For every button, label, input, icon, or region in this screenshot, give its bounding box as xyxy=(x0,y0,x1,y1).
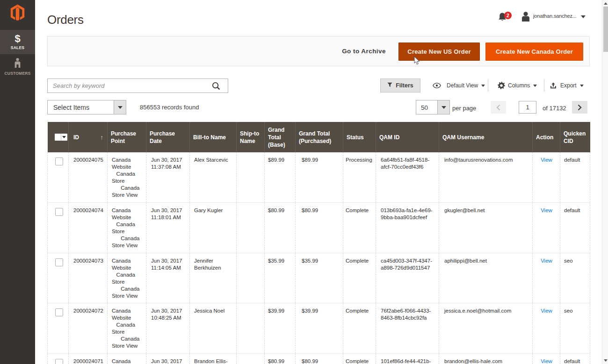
cell-purchase-point-value: Canada Website Canada Store Canada Store… xyxy=(112,307,142,350)
per-page-caret-icon[interactable] xyxy=(437,100,449,114)
column-header-select xyxy=(48,122,69,152)
cell-grand-total-purchased: $89.99 xyxy=(296,152,343,203)
row-checkbox[interactable] xyxy=(55,308,63,316)
column-header-status[interactable]: Status xyxy=(343,122,376,152)
cell-qam-id-value: ca45d003-347f-4347- a898-726d9d011547 xyxy=(381,257,435,271)
row-select-cell xyxy=(48,152,69,203)
per-page-label: per page xyxy=(452,105,476,112)
column-header-ship-to-name[interactable]: Ship-to Name xyxy=(237,122,265,152)
search-icon[interactable] xyxy=(212,82,220,92)
cell-id: 2000024075 xyxy=(69,152,108,203)
per-page-dropdown[interactable]: 50 xyxy=(416,100,450,114)
cell-id-value: 2000024075 xyxy=(73,157,103,164)
create-us-order-button[interactable]: Create New US Order xyxy=(398,43,480,61)
mass-select-control[interactable] xyxy=(55,134,67,141)
cell-status: Complete xyxy=(343,203,376,253)
scrollbar-thumb[interactable] xyxy=(603,7,608,52)
page-number-input[interactable] xyxy=(519,101,536,114)
column-header-grand-total-purchased[interactable]: Grand Total (Purchased) xyxy=(296,122,343,152)
username-label[interactable]: jonathan.sanchez... xyxy=(533,13,577,19)
cell-qam-username: aphilippi@bell.net xyxy=(439,253,533,303)
row-checkbox[interactable] xyxy=(55,258,63,266)
filters-button[interactable]: Filters xyxy=(380,79,420,93)
cell-bill-to-name-value: Jennifer Berkhuizen xyxy=(194,257,232,271)
cell-id-value: 2000024072 xyxy=(73,307,103,314)
cell-status-value: Complete xyxy=(346,358,372,364)
cell-qam-username-value: gkugler@bell.net xyxy=(444,207,528,214)
go-to-archive-link[interactable]: Go to Archive xyxy=(342,48,386,55)
row-checkbox[interactable] xyxy=(55,359,63,364)
view-order-link[interactable]: View xyxy=(541,308,552,314)
column-header-action[interactable]: Action xyxy=(533,122,560,152)
cell-action: View xyxy=(533,303,560,354)
grid-row: 2000024073Canada Website Canada Store Ca… xyxy=(48,253,590,303)
cell-bill-to-name: Gary Kugler xyxy=(190,203,237,253)
cell-purchase-point: Canada Website Canada Store Canada Store… xyxy=(108,303,146,354)
column-header-purchase-point[interactable]: Purchase Point xyxy=(108,122,146,152)
page-scrollbar[interactable] xyxy=(602,0,608,364)
cell-qam-username-value: jessica.e.noel@hotmail.com xyxy=(444,307,528,314)
columns-selector[interactable]: Columns xyxy=(498,79,537,93)
row-checkbox[interactable] xyxy=(55,208,63,216)
scroll-down-arrow-icon[interactable] xyxy=(604,359,608,362)
column-header-grand-total-base[interactable]: Grand Total (Base) xyxy=(265,122,296,152)
cell-qam-username-value: info@taurusrenovations.com xyxy=(444,157,528,164)
row-checkbox[interactable] xyxy=(55,157,63,165)
grid-row: 2000024075Canada Website Canada Store Ca… xyxy=(48,152,590,203)
create-canada-order-button[interactable]: Create New Canada Order xyxy=(485,43,583,61)
cell-grand-total-base: $89.99 xyxy=(265,152,296,203)
magento-logo[interactable] xyxy=(0,4,35,23)
total-pages-label: of 17132 xyxy=(543,105,566,112)
view-order-link[interactable]: View xyxy=(541,207,552,213)
export-control[interactable]: Export xyxy=(550,79,584,93)
cell-id-value: 2000024071 xyxy=(73,358,103,364)
cell-bill-to-name: Brandon Ellis- xyxy=(190,353,237,364)
column-header-bill-to-name[interactable]: Bill-to Name xyxy=(190,122,237,152)
cell-grand-total-base-value: $39.99 xyxy=(268,307,291,314)
cell-ship-to-name xyxy=(237,152,265,203)
cell-purchase-date-value: Jun 30, 2017 11:18:01 AM xyxy=(151,207,186,221)
select-items-caret-icon[interactable] xyxy=(114,100,126,114)
cell-qam-id-value: 6a64fb51-fa8f-4518- afcf-70cc0edf43f6 xyxy=(381,157,435,171)
search-input[interactable] xyxy=(48,79,228,93)
column-header-quicken-cid[interactable]: Quicken CID xyxy=(560,122,590,152)
scroll-up-arrow-icon[interactable] xyxy=(604,2,608,5)
cell-qam-id: ca45d003-347f-4347- a898-726d9d011547 xyxy=(376,253,439,303)
column-header-qam-id[interactable]: QAM ID xyxy=(376,122,439,152)
cell-purchase-date: Jun 30, 2017 10:48:25 AM xyxy=(146,303,190,354)
previous-page-button[interactable] xyxy=(491,101,506,114)
cell-purchase-date-value: Jun 30, 2017 xyxy=(151,358,186,364)
dollar-icon: $ xyxy=(0,34,35,44)
cell-status: Complete xyxy=(343,253,376,303)
sidebar-item-sales[interactable]: $ SALES xyxy=(0,30,35,54)
row-select-cell xyxy=(48,303,69,354)
cell-ship-to-name xyxy=(237,303,265,354)
cell-id: 2000024074 xyxy=(69,203,108,253)
cell-quicken-cid-value: default xyxy=(564,207,586,214)
column-header-qam-username[interactable]: QAM Username xyxy=(439,122,533,152)
cell-bill-to-name: Jessica Noel xyxy=(190,303,237,354)
page-actions-bar: Go to Archive Create New US Order Create… xyxy=(47,36,590,66)
next-page-button[interactable] xyxy=(572,101,587,114)
column-header-id[interactable]: ID ↑ xyxy=(69,122,108,152)
view-order-link[interactable]: View xyxy=(541,358,552,364)
column-header-purchase-date[interactable]: Purchase Date xyxy=(146,122,190,152)
user-menu-caret-icon[interactable] xyxy=(581,15,586,18)
cell-grand-total-purchased-value: $35.99 xyxy=(302,257,339,264)
cell-quicken-cid: default xyxy=(560,203,590,253)
cell-grand-total-base-value: $80.99 xyxy=(268,358,291,364)
per-page-value: 50 xyxy=(421,104,428,111)
view-order-link[interactable]: View xyxy=(541,258,552,264)
select-items-dropdown[interactable]: Select Items xyxy=(47,100,126,114)
cell-grand-total-base: $80.99 xyxy=(265,353,296,364)
sidebar-item-customers[interactable]: CUSTOMERS xyxy=(0,56,35,77)
view-order-link[interactable]: View xyxy=(541,157,552,163)
view-selector[interactable]: Default View xyxy=(433,79,485,93)
cell-purchase-date: Jun 30, 2017 11:14:05 AM xyxy=(146,253,190,303)
grid-header-row: ID ↑ Purchase Point Purchase Date Bill-t… xyxy=(48,122,590,152)
user-avatar-icon[interactable] xyxy=(521,12,530,23)
chevron-down-icon xyxy=(533,85,537,87)
cell-qam-id: 101ef86d-fe44-421b- xyxy=(376,353,439,364)
notification-count-badge[interactable]: 2 xyxy=(504,12,512,19)
cell-qam-username-value: aphilippi@bell.net xyxy=(444,257,528,264)
